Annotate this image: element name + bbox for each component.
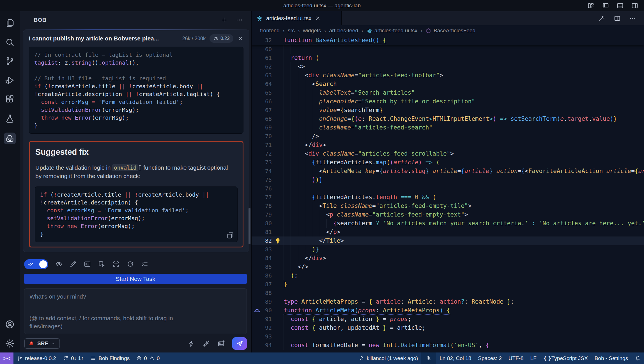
status-language-mode[interactable]: { }TypeScript JSX: [540, 352, 591, 364]
code-line[interactable]: 73{filteredArticles.map((article) => (: [252, 158, 644, 167]
activity-explorer-icon[interactable]: [5, 18, 15, 28]
activity-source-control-icon[interactable]: [5, 56, 15, 66]
code-line[interactable]: 93: [252, 332, 644, 341]
code-line[interactable]: 71</div>: [252, 141, 644, 149]
code-line[interactable]: 74<ArticleMeta key={article.slug} articl…: [252, 167, 644, 176]
breadcrumb-item[interactable]: frontend: [260, 28, 280, 34]
status-encoding[interactable]: UTF-8: [505, 352, 527, 364]
code-line[interactable]: 82</Tile>: [252, 236, 644, 245]
code-line[interactable]: 76: [252, 184, 644, 193]
code-line[interactable]: 89type ArticleMetaProps = { article: Art…: [252, 297, 644, 306]
code-line[interactable]: 72<div className="articles-feed-scrollab…: [252, 149, 644, 158]
close-task-icon[interactable]: [237, 35, 244, 42]
start-new-task-button[interactable]: Start New Task: [24, 274, 247, 284]
code-line[interactable]: 79<p className="articles-feed-empty-text…: [252, 210, 644, 219]
retry-requests-icon[interactable]: [127, 260, 134, 268]
auto-approve-toggle[interactable]: [24, 259, 48, 269]
code-line[interactable]: 90function ArticleMeta(props: ArticleMet…: [252, 306, 644, 315]
code-line[interactable]: 61return (: [252, 54, 644, 62]
code-line[interactable]: 63<div className="articles-feed-toolbar"…: [252, 71, 644, 80]
copy-icon[interactable]: [226, 231, 234, 240]
activity-settings-icon[interactable]: [5, 338, 15, 349]
status-bob-findings[interactable]: Bob Findings: [87, 352, 133, 364]
code-line[interactable]: 62<>: [252, 62, 644, 71]
send-button[interactable]: [232, 337, 247, 350]
edit-files-icon[interactable]: [69, 260, 77, 268]
bob-finding-icon[interactable]: [254, 307, 261, 314]
code-line[interactable]: 86);: [252, 271, 644, 280]
status-zoom[interactable]: [421, 352, 436, 364]
status-branch[interactable]: release-0.0.2: [13, 352, 59, 364]
code-line[interactable]: 80{searchTerm ? 'No articles match your …: [252, 219, 644, 228]
activity-search-icon[interactable]: [5, 37, 15, 47]
toggle-panel-icon[interactable]: [617, 2, 624, 9]
code-line[interactable]: 84</div>: [252, 254, 644, 263]
code-line[interactable]: 68onChange={(e: React.ChangeEvent<HTMLIn…: [252, 115, 644, 123]
activity-run-debug-icon[interactable]: [5, 75, 15, 85]
code-line[interactable]: 83)}: [252, 245, 644, 254]
status-bob-settings[interactable]: Bob - Settings: [591, 352, 631, 364]
code-line[interactable]: 64<Search: [252, 80, 644, 88]
breadcrumb-item[interactable]: src: [288, 28, 295, 34]
status-git-blame[interactable]: kiliancol (1 week ago): [355, 352, 422, 364]
customize-layout-icon[interactable]: [587, 2, 595, 9]
code-line[interactable]: 77{filteredArticles.length === 0 && (: [252, 193, 644, 202]
code-line[interactable]: 70/>: [252, 132, 644, 141]
code-line[interactable]: 60: [252, 45, 644, 54]
breadcrumb-item[interactable]: BaseArticlesFeed: [426, 28, 475, 34]
chat-scrollbar[interactable]: [249, 208, 250, 244]
activity-testing-icon[interactable]: [5, 113, 15, 124]
panel-more-icon[interactable]: [236, 16, 243, 24]
breadcrumb-item[interactable]: widgets: [303, 28, 321, 34]
activity-extensions-icon[interactable]: [5, 94, 15, 104]
use-mcp-icon[interactable]: [112, 260, 120, 268]
code-editor[interactable]: 32function BaseArticlesFeed() { 6061retu…: [252, 36, 644, 352]
status-sync-changes[interactable]: 0↓ 1↑: [59, 352, 87, 364]
add-image-icon[interactable]: [217, 340, 225, 347]
status-indentation[interactable]: Spaces: 2: [475, 352, 505, 364]
breadcrumb-item[interactable]: articles-feed: [329, 28, 358, 34]
cost-badge: 0.22: [210, 34, 233, 43]
code-line[interactable]: 69className="articles-feed-search": [252, 123, 644, 132]
code-line[interactable]: 32function BaseArticlesFeed() {: [252, 36, 644, 45]
chat-input[interactable]: What's on your mind? (@ to add context, …: [24, 288, 247, 334]
code-line[interactable]: 78<Tile className="articles-feed-empty-t…: [252, 202, 644, 210]
bob-edit-icon[interactable]: [598, 15, 605, 22]
remote-indicator[interactable]: ><: [0, 352, 13, 364]
code-line[interactable]: 75))}: [252, 176, 644, 184]
new-task-icon[interactable]: [220, 16, 228, 24]
activity-bob-icon[interactable]: [4, 133, 16, 144]
toggle-secondary-sidebar-icon[interactable]: [631, 2, 638, 9]
status-cursor-position[interactable]: Ln 82, Col 18: [436, 352, 475, 364]
split-editor-icon[interactable]: [614, 15, 621, 22]
status-eol[interactable]: LF: [527, 352, 540, 364]
code-line[interactable]: 92const { author, updatedAt } = article;: [252, 324, 644, 332]
code-line[interactable]: 85</>: [252, 263, 644, 271]
todos-icon[interactable]: [141, 260, 148, 268]
enhance-prompt-icon[interactable]: [188, 340, 195, 347]
activity-account-icon[interactable]: [5, 319, 15, 329]
code-line[interactable]: 65labelText="Search articles": [252, 88, 644, 97]
close-tab-icon[interactable]: [315, 15, 321, 21]
code-line[interactable]: 66placeholder="Search by title or descri…: [252, 97, 644, 106]
status-notifications[interactable]: [631, 352, 644, 364]
code-line[interactable]: 67value={searchTerm}: [252, 106, 644, 115]
code-line[interactable]: 81</p>: [252, 228, 644, 236]
code-line[interactable]: 87}: [252, 280, 644, 289]
sticky-scroll-line[interactable]: 32function BaseArticlesFeed() {: [252, 36, 644, 45]
lightbulb-icon[interactable]: [274, 237, 281, 244]
more-actions-icon[interactable]: [629, 15, 636, 22]
code-line[interactable]: 88: [252, 289, 644, 297]
read-files-icon[interactable]: [55, 260, 63, 268]
run-commands-icon[interactable]: [84, 260, 91, 268]
use-browser-icon[interactable]: [98, 260, 105, 268]
toggle-primary-sidebar-icon[interactable]: [602, 2, 609, 9]
generate-icon[interactable]: [203, 340, 210, 347]
status-problems[interactable]: 00: [133, 352, 163, 364]
code-line[interactable]: 94const formattedDate = new Intl.DateTim…: [252, 341, 644, 350]
code-line[interactable]: 91const { article, action } = props;: [252, 315, 644, 324]
tab-articles-feed[interactable]: articles-feed.ui.tsx: [252, 11, 342, 25]
mode-selector[interactable]: SRE: [24, 338, 60, 349]
breadcrumb-item[interactable]: articles-feed.ui.tsx: [366, 28, 417, 34]
task-header[interactable]: I cannot publish my article on Bobverse …: [23, 30, 249, 46]
